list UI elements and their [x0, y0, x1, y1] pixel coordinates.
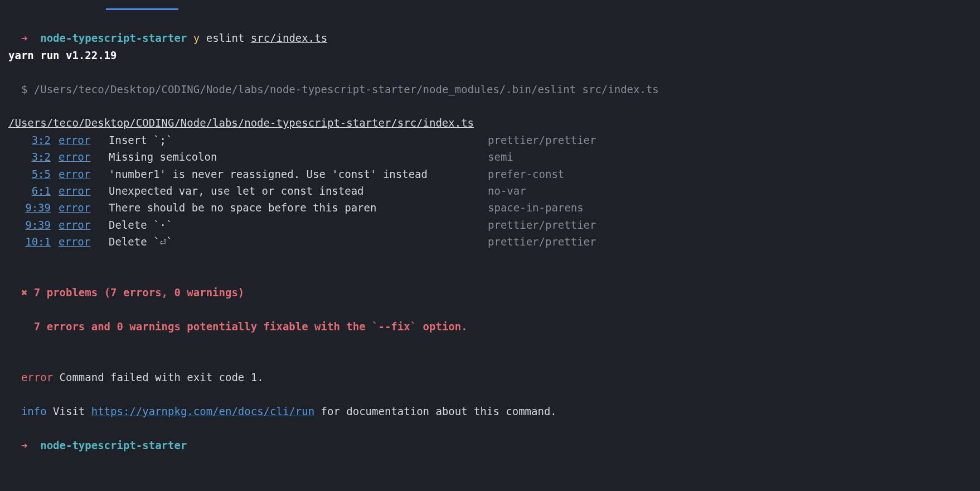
lint-message: Unexpected var, use let or const instead: [109, 182, 488, 199]
lint-row: 3:2errorMissing semicolonsemi: [8, 148, 972, 165]
lint-location[interactable]: 10:1: [8, 233, 59, 250]
exec-path: /Users/teco/Desktop/CODING/Node/labs/nod…: [34, 83, 659, 95]
summary-line-1: ✖ 7 problems (7 errors, 0 warnings): [8, 267, 972, 301]
lint-message: Insert `;`: [109, 132, 488, 148]
error-message: Command failed with exit code 1.: [53, 371, 264, 383]
lint-message: Delete `·`: [109, 216, 488, 233]
lint-row: 5:5error'number1' is never reassigned. U…: [8, 166, 972, 182]
lint-location[interactable]: 6:1: [8, 182, 59, 199]
summary-line-2: 7 errors and 0 warnings potentially fixa…: [8, 301, 972, 335]
error-x-icon: ✖: [21, 286, 27, 299]
command-name: eslint: [206, 32, 245, 44]
lint-row: 9:39errorDelete `·`prettier/prettier: [8, 216, 972, 233]
command-arg: src/index.ts: [251, 32, 327, 44]
lint-row: 6:1errorUnexpected var, use let or const…: [8, 182, 972, 199]
exec-prefix: $: [21, 83, 34, 95]
info-prefix: Visit: [47, 405, 91, 417]
tab-active-indicator: [106, 8, 178, 10]
error-label: error: [21, 371, 53, 383]
lint-location[interactable]: 5:5: [8, 166, 59, 182]
lint-message: There should be no space before this par…: [109, 199, 488, 216]
lint-row: 3:2errorInsert `;`prettier/prettier: [8, 132, 972, 148]
lint-rule: no-var: [488, 182, 526, 199]
info-line: info Visit https://yarnpkg.com/en/docs/c…: [8, 386, 972, 420]
lint-level: error: [59, 132, 109, 148]
lint-rule: semi: [488, 148, 513, 165]
command-prefix: y: [193, 32, 200, 44]
lint-rule: prettier/prettier: [488, 216, 596, 233]
lint-level: error: [59, 148, 109, 165]
lint-rule: prefer-const: [488, 166, 564, 182]
info-url-link[interactable]: https://yarnpkg.com/en/docs/cli/run: [91, 405, 314, 417]
lint-rule: prettier/prettier: [488, 233, 596, 250]
exec-line: $ /Users/teco/Desktop/CODING/Node/labs/n…: [8, 64, 972, 98]
blank-line: [8, 250, 972, 267]
lint-level: error: [59, 182, 109, 199]
prompt-arrow-icon: ➜: [21, 439, 27, 451]
lint-rule: prettier/prettier: [488, 132, 596, 148]
info-suffix: for documentation about this command.: [314, 405, 557, 417]
prompt-line-1: ➜ node-typescript-starter y eslint src/i…: [8, 13, 972, 47]
lint-message: Missing semicolon: [109, 148, 488, 165]
summary-problems: 7 problems (7 errors, 0 warnings): [34, 286, 245, 299]
yarn-version: yarn run v1.22.19: [8, 47, 972, 64]
lint-row: 9:39errorThere should be no space before…: [8, 199, 972, 216]
info-label: info: [21, 405, 47, 417]
lint-location[interactable]: 9:39: [8, 199, 59, 216]
lint-level: error: [59, 166, 109, 182]
lint-level: error: [59, 233, 109, 250]
prompt-line-2[interactable]: ➜ node-typescript-starter: [8, 420, 972, 454]
blank-line: [8, 335, 972, 352]
prompt-arrow-icon: ➜: [21, 32, 27, 44]
lint-errors-list: 3:2errorInsert `;`prettier/prettier3:2er…: [8, 132, 972, 251]
lint-message: 'number1' is never reassigned. Use 'cons…: [109, 166, 488, 182]
lint-level: error: [59, 199, 109, 216]
file-path-heading: /Users/teco/Desktop/CODING/Node/labs/nod…: [8, 114, 972, 131]
error-exit-line: error Command failed with exit code 1.: [8, 352, 972, 386]
lint-level: error: [59, 216, 109, 233]
lint-message: Delete `⏎`: [109, 233, 488, 250]
lint-location[interactable]: 9:39: [8, 216, 59, 233]
lint-location[interactable]: 3:2: [8, 148, 59, 165]
blank-line: [8, 98, 972, 114]
project-name: node-typescript-starter: [40, 439, 187, 451]
lint-rule: space-in-parens: [488, 199, 584, 216]
summary-fixable: 7 errors and 0 warnings potentially fixa…: [34, 320, 468, 333]
lint-location[interactable]: 3:2: [8, 132, 59, 148]
project-name: node-typescript-starter: [40, 32, 187, 44]
lint-row: 10:1errorDelete `⏎`prettier/prettier: [8, 233, 972, 250]
